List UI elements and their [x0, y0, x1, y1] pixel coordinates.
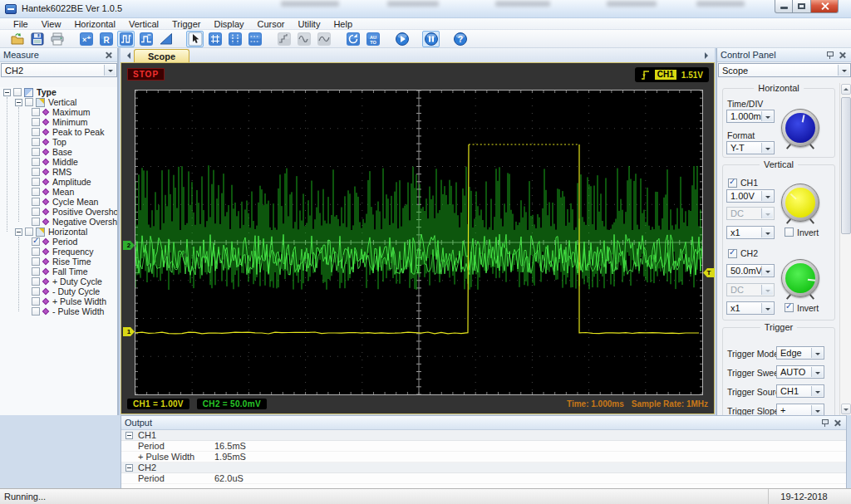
- minimize-button[interactable]: [775, 0, 793, 13]
- horizontal-cursors-button[interactable]: [246, 31, 263, 47]
- ch1-probe-value: x1: [730, 228, 740, 237]
- menu-vertical[interactable]: Vertical: [122, 19, 165, 29]
- tree-checkbox-negative-overshoot[interactable]: [32, 218, 40, 226]
- output-group-ch2[interactable]: CH2: [121, 462, 846, 473]
- pin-icon[interactable]: [824, 50, 834, 60]
- menu-help[interactable]: Help: [327, 19, 359, 29]
- pulse-wave-button[interactable]: [137, 31, 155, 47]
- collapse-icon[interactable]: [125, 464, 133, 472]
- ch2-label: CH2: [740, 248, 758, 258]
- tree-checkbox-vertical[interactable]: [25, 98, 33, 106]
- format-select[interactable]: Y-T: [726, 141, 775, 154]
- maximize-button[interactable]: [793, 0, 811, 13]
- tree-checkbox-mean[interactable]: [32, 188, 40, 196]
- scroll-up-icon[interactable]: [841, 84, 851, 95]
- menu-display[interactable]: Display: [207, 19, 250, 29]
- scroll-down-icon[interactable]: [841, 404, 851, 414]
- trigger-mode-select[interactable]: Edge: [776, 346, 824, 360]
- tree-checkbox-type[interactable]: [13, 88, 22, 96]
- menu-view[interactable]: View: [35, 19, 68, 29]
- tab-scope[interactable]: Scope: [134, 49, 189, 62]
- vertical-cursors-button[interactable]: [226, 31, 243, 47]
- close-panel-icon[interactable]: [837, 50, 848, 60]
- close-panel-icon[interactable]: [832, 418, 843, 428]
- tree-checkbox-peak-to-peak[interactable]: [32, 128, 40, 136]
- tree-checkbox-duty-cycle[interactable]: [32, 287, 40, 296]
- tree-row-type[interactable]: Type: [0, 87, 117, 97]
- close-button[interactable]: [811, 0, 839, 13]
- smooth-wave-icon: [317, 32, 332, 46]
- trigger-sweep-select[interactable]: AUTO: [776, 365, 824, 379]
- math-tool-button[interactable]: ×+: [77, 31, 95, 47]
- tree-checkbox-minimum[interactable]: [32, 118, 40, 126]
- ch2-enable-checkbox[interactable]: [728, 249, 737, 258]
- tree-checkbox-rise-time[interactable]: [32, 257, 40, 266]
- record-button[interactable]: R: [97, 31, 115, 47]
- menu-trigger[interactable]: Trigger: [165, 19, 207, 29]
- ch2-volts-select[interactable]: 50.0mV: [726, 264, 775, 277]
- tree-checkbox-rms[interactable]: [32, 168, 40, 176]
- tree-checkbox-horizontal[interactable]: [25, 228, 33, 236]
- menu-utility[interactable]: Utility: [292, 19, 327, 29]
- menu-horizontal[interactable]: Horizontal: [67, 19, 122, 29]
- timediv-select[interactable]: 1.000ms: [726, 110, 775, 123]
- ch1-probe-select[interactable]: x1: [726, 226, 775, 239]
- tree-checkbox-cycle-mean[interactable]: [32, 198, 40, 206]
- trigger-slope-select[interactable]: +: [776, 404, 824, 415]
- tree-checkbox-middle[interactable]: [32, 158, 40, 166]
- control-panel-scrollbar[interactable]: [839, 83, 851, 415]
- save-file-button[interactable]: [28, 31, 46, 47]
- panel-mode-select[interactable]: Scope: [718, 63, 851, 77]
- collapse-icon[interactable]: [15, 228, 22, 236]
- tree-row-horizontal[interactable]: Horizontal: [0, 227, 117, 237]
- collapse-icon[interactable]: [15, 99, 22, 106]
- collapse-icon[interactable]: [3, 89, 11, 96]
- ramp-button[interactable]: [157, 31, 175, 47]
- help-button[interactable]: ?: [451, 31, 469, 47]
- tree-checkbox-positive-overshoot[interactable]: [32, 208, 40, 216]
- marker-2[interactable]: 2: [123, 241, 135, 250]
- tab-scroll-left-icon[interactable]: [124, 52, 130, 59]
- ch1-invert-checkbox[interactable]: [785, 228, 794, 237]
- marker-1[interactable]: 1: [123, 327, 135, 336]
- tree-checkbox-amplitude[interactable]: [32, 178, 40, 186]
- measure-item-icon: [42, 139, 49, 145]
- pointer-button[interactable]: [186, 31, 204, 47]
- tree-checkbox-pulse-width[interactable]: [32, 297, 40, 306]
- ch2-probe-select[interactable]: x1: [726, 301, 775, 315]
- ch2-invert-checkbox[interactable]: [785, 303, 794, 312]
- tree-checkbox-base[interactable]: [32, 148, 40, 156]
- square-wave-button[interactable]: [117, 31, 135, 47]
- tree-checkbox-duty-cycle[interactable]: [32, 277, 40, 286]
- collapse-icon[interactable]: [125, 432, 133, 439]
- tree-checkbox-top[interactable]: [32, 138, 40, 146]
- pin-icon[interactable]: [819, 418, 829, 428]
- ch1-position-knob[interactable]: [781, 183, 819, 222]
- pause-button[interactable]: [422, 31, 440, 47]
- print-button[interactable]: [48, 31, 66, 47]
- autoset-button[interactable]: AUTO: [364, 31, 381, 47]
- grid-cursor-button[interactable]: [206, 31, 224, 47]
- measure-channel-select[interactable]: CH2: [1, 63, 117, 77]
- refresh-button[interactable]: [344, 31, 362, 47]
- tab-scroll-right-icon[interactable]: [705, 52, 711, 59]
- menu-cursor[interactable]: Cursor: [251, 19, 292, 29]
- close-panel-icon[interactable]: [103, 50, 114, 60]
- tree-checkbox-pulse-width[interactable]: [32, 307, 40, 316]
- scrollbar-thumb[interactable]: [841, 97, 851, 234]
- tree-row-vertical[interactable]: Vertical: [0, 97, 117, 107]
- output-group-ch1[interactable]: CH1: [121, 430, 846, 441]
- tree-checkbox-maximum[interactable]: [32, 108, 40, 116]
- marker-t[interactable]: T: [703, 268, 715, 277]
- tree-checkbox-frequency[interactable]: [32, 247, 40, 256]
- ch1-enable-checkbox[interactable]: [728, 179, 737, 188]
- tree-checkbox-period[interactable]: [32, 237, 40, 246]
- open-file-button[interactable]: [8, 31, 26, 47]
- ch2-position-knob[interactable]: [781, 259, 819, 297]
- timebase-knob[interactable]: [781, 109, 819, 147]
- tree-checkbox-fall-time[interactable]: [32, 267, 40, 276]
- trigger-source-select[interactable]: CH1: [776, 384, 824, 398]
- run-button[interactable]: [393, 31, 411, 47]
- ch1-volts-select[interactable]: 1.00V: [726, 189, 775, 203]
- menu-file[interactable]: File: [7, 19, 35, 29]
